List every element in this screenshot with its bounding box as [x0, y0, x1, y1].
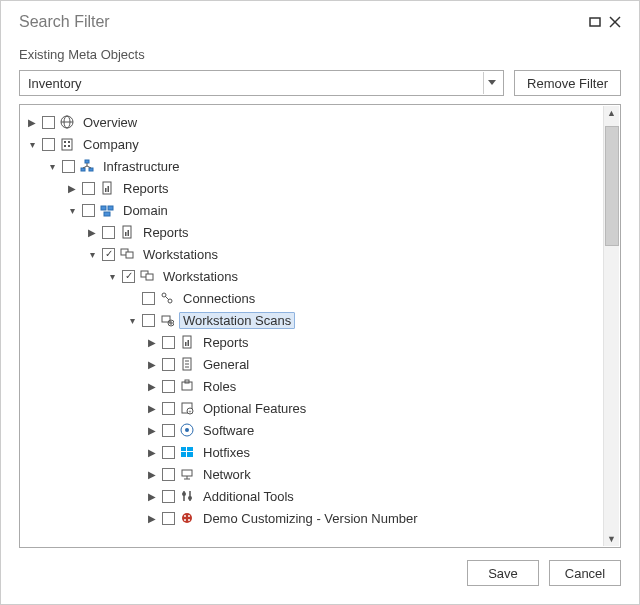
svg-point-65 [188, 515, 190, 517]
expander-collapsed-icon[interactable]: ▶ [146, 490, 158, 502]
svg-rect-22 [108, 206, 113, 210]
expander-expanded-icon[interactable]: ▾ [46, 160, 58, 172]
checkbox-checked[interactable] [102, 248, 115, 261]
meta-tree[interactable]: ▶ Overview ▾ Company [26, 111, 618, 529]
scroll-up-icon[interactable]: ▲ [607, 106, 616, 120]
tree-row-reports[interactable]: ▶ Reports [146, 331, 618, 353]
network-node-icon [179, 466, 195, 482]
tree-row-hotfixes[interactable]: ▶ Hotfixes [146, 441, 618, 463]
checkbox-checked[interactable] [122, 270, 135, 283]
svg-rect-40 [188, 340, 190, 346]
tree-row-general[interactable]: ▶ General [146, 353, 618, 375]
expander-collapsed-icon[interactable]: ▶ [146, 402, 158, 414]
checkbox[interactable] [162, 358, 175, 371]
checkbox[interactable] [162, 446, 175, 459]
svg-rect-24 [123, 226, 131, 238]
svg-rect-0 [590, 18, 600, 26]
svg-rect-20 [108, 186, 110, 192]
expander-expanded-icon[interactable]: ▾ [126, 314, 138, 326]
checkbox[interactable] [82, 204, 95, 217]
checkbox[interactable] [42, 116, 55, 129]
checkbox[interactable] [162, 336, 175, 349]
combo-value: Inventory [28, 76, 81, 91]
checkbox[interactable] [162, 402, 175, 415]
expander-expanded-icon[interactable]: ▾ [26, 138, 38, 150]
svg-rect-23 [104, 212, 110, 216]
maximize-icon[interactable] [589, 16, 601, 28]
tree-row-infrastructure[interactable]: ▾ Infrastructure [46, 155, 618, 177]
expander-collapsed-icon[interactable]: ▶ [146, 380, 158, 392]
svg-rect-10 [64, 145, 66, 147]
svg-point-64 [184, 515, 186, 517]
checkbox[interactable] [162, 424, 175, 437]
svg-rect-21 [101, 206, 106, 210]
node-label: Reports [199, 334, 253, 351]
scrollbar[interactable]: ▲ ▼ [603, 106, 619, 546]
chevron-down-icon[interactable] [483, 72, 499, 94]
checkbox[interactable] [62, 160, 75, 173]
expander-expanded-icon[interactable]: ▾ [66, 204, 78, 216]
scroll-thumb[interactable] [605, 126, 619, 246]
checkbox[interactable] [82, 182, 95, 195]
tree-row-demo-customizing[interactable]: ▶ Demo Customizing - Version Number [146, 507, 618, 529]
checkbox[interactable] [102, 226, 115, 239]
search-filter-dialog: Search Filter Existing Meta Objects Inve… [0, 0, 640, 605]
checkbox[interactable] [142, 314, 155, 327]
tree-row-workstations-inner[interactable]: ▾ Workstations [106, 265, 618, 287]
scroll-down-icon[interactable]: ▼ [607, 532, 616, 546]
checkbox[interactable] [42, 138, 55, 151]
expander-collapsed-icon[interactable]: ▶ [146, 446, 158, 458]
building-icon [59, 136, 75, 152]
svg-point-63 [182, 513, 192, 523]
expander-collapsed-icon[interactable]: ▶ [146, 468, 158, 480]
remove-filter-button[interactable]: Remove Filter [514, 70, 621, 96]
report-icon [179, 334, 195, 350]
tree-row-optional-features[interactable]: ▶ + Optional Features [146, 397, 618, 419]
expander-collapsed-icon[interactable]: ▶ [86, 226, 98, 238]
close-icon[interactable] [609, 16, 621, 28]
tree-row-workstations[interactable]: ▾ Workstations [86, 243, 618, 265]
svg-line-33 [165, 296, 169, 300]
svg-rect-39 [185, 342, 187, 346]
tree-row-roles[interactable]: ▶ Roles [146, 375, 618, 397]
node-label: Infrastructure [99, 158, 184, 175]
expander-collapsed-icon[interactable]: ▶ [26, 116, 38, 128]
tree-row-company[interactable]: ▾ Company [26, 133, 618, 155]
tree-row-overview[interactable]: ▶ Overview [26, 111, 618, 133]
tree-row-software[interactable]: ▶ Software [146, 419, 618, 441]
tree-row-network[interactable]: ▶ Network [146, 463, 618, 485]
tree-row-workstation-scans[interactable]: ▾ Workstation Scans [126, 309, 618, 331]
custom-icon [179, 510, 195, 526]
checkbox[interactable] [142, 292, 155, 305]
tree-row-reports[interactable]: ▶ Reports [86, 221, 618, 243]
tree-row-additional-tools[interactable]: ▶ Additional Tools [146, 485, 618, 507]
checkbox[interactable] [162, 512, 175, 525]
document-icon [179, 356, 195, 372]
svg-rect-9 [68, 141, 70, 143]
expander-collapsed-icon[interactable]: ▶ [146, 336, 158, 348]
node-label: Additional Tools [199, 488, 298, 505]
expander-collapsed-icon[interactable]: ▶ [66, 182, 78, 194]
expander-expanded-icon[interactable]: ▾ [86, 248, 98, 260]
checkbox[interactable] [162, 380, 175, 393]
checkbox[interactable] [162, 490, 175, 503]
expander-collapsed-icon[interactable]: ▶ [146, 358, 158, 370]
node-label: Workstations [159, 268, 242, 285]
cancel-button[interactable]: Cancel [549, 560, 621, 586]
checkbox[interactable] [162, 468, 175, 481]
inventory-combo[interactable]: Inventory [19, 70, 504, 96]
tree-row-connections[interactable]: ▶ Connections [126, 287, 618, 309]
report-icon [99, 180, 115, 196]
dialog-title: Search Filter [19, 13, 110, 31]
tree-row-domain[interactable]: ▾ Domain [66, 199, 618, 221]
workstation-group-icon [139, 268, 155, 284]
expander-collapsed-icon[interactable]: ▶ [146, 424, 158, 436]
report-icon [119, 224, 135, 240]
expander-expanded-icon[interactable]: ▾ [106, 270, 118, 282]
tree-row-reports[interactable]: ▶ Reports [66, 177, 618, 199]
scan-icon [159, 312, 175, 328]
tools-icon [179, 488, 195, 504]
svg-text:+: + [189, 408, 192, 414]
expander-collapsed-icon[interactable]: ▶ [146, 512, 158, 524]
save-button[interactable]: Save [467, 560, 539, 586]
